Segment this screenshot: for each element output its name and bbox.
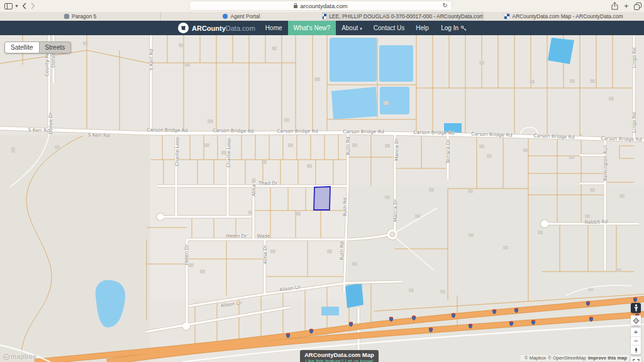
street-label: Terrace Dr: [445, 140, 451, 164]
street-label: Marcia Dr: [394, 138, 399, 161]
reload-icon[interactable]: ↻: [443, 2, 448, 9]
selected-parcel[interactable]: [314, 187, 330, 210]
key-icon: [460, 25, 467, 31]
site-navbar: ARCountyData.com Home What's New? About▾…: [0, 21, 644, 35]
street-label: Wade: [257, 233, 270, 239]
sidebar-icon[interactable]: [4, 1, 13, 11]
back-button[interactable]: [22, 1, 26, 11]
tooltip-feedback-link[interactable]: Like this feature? Let us know!: [304, 358, 374, 362]
street-label: Lingo Rd: [631, 112, 637, 133]
tab-title: ARCountyData.com Map - ARCountyData.com: [512, 13, 623, 19]
street-label: Carson Bridge Rd: [277, 128, 318, 134]
nav-item-whats-new[interactable]: What's New?: [288, 21, 336, 35]
tab-paragon[interactable]: Paragon 5: [0, 12, 160, 21]
share-icon[interactable]: [611, 1, 618, 11]
caret-down-icon: ▾: [360, 26, 362, 31]
street-label: Carson Bridge Rd: [213, 128, 254, 134]
paragon-favicon: [64, 14, 69, 19]
street-label: Carson Bridge Rd: [147, 127, 188, 133]
chevron-down-icon[interactable]: ▼: [14, 1, 19, 11]
street-view-pegman-button[interactable]: [631, 303, 641, 313]
tab-parcel-record[interactable]: LEE, PHILLIP DOUGLAS 0-370-00017-000 - A…: [322, 12, 483, 21]
compass-button[interactable]: [631, 346, 641, 354]
street-label: Ruth Rd: [345, 136, 351, 155]
street-label: Thad Dr: [258, 180, 277, 186]
street-label: Helen Dr: [226, 233, 247, 239]
streets-button[interactable]: Streets: [40, 41, 72, 53]
nav-item-about[interactable]: About▾: [336, 21, 368, 35]
tab-strip: Paragon 5 Agent Portal LEE, PHILLIP DOUG…: [0, 12, 644, 21]
attribution-osm-link[interactable]: © OpenStreetMap: [548, 355, 586, 361]
forward-button[interactable]: [31, 1, 35, 11]
mapbox-logo-text: mapbox: [11, 353, 36, 360]
street-label: S Kerr Rd: [148, 49, 154, 71]
zoom-out-button[interactable]: −: [631, 337, 641, 346]
street-label: S Kerr Rd: [28, 127, 50, 133]
mapbox-logo-icon: m: [3, 354, 9, 360]
nav-item-label: About: [341, 25, 358, 31]
arcountydata-logo[interactable]: [178, 23, 189, 33]
tab-title: LEE, PHILLIP DOUGLAS 0-370-00017-000 - A…: [329, 13, 483, 19]
street-label: Lingo Rd: [631, 48, 637, 69]
street-label: Helen Dr: [184, 244, 189, 265]
nav-item-help[interactable]: Help: [410, 21, 435, 35]
map-info-tooltip: ARCountyData.com Map Like this feature? …: [300, 350, 379, 362]
mapbox-logo[interactable]: m mapbox: [3, 353, 36, 360]
attribution-mapbox-link[interactable]: © Mapbox: [525, 355, 546, 361]
street-label: Charlie Loop: [174, 137, 180, 167]
map-canvas[interactable]: S Kerr RdS Kerr RdCarson Bridge RdCarson…: [0, 35, 644, 362]
tooltip-title: ARCountyData.com Map: [304, 352, 374, 358]
street-label: Remington Run: [602, 145, 608, 180]
tab-title: Paragon 5: [72, 13, 96, 19]
fullscreen-button[interactable]: [631, 357, 641, 362]
browser-toolbar: ▼ arcountydata.com ↻ +: [0, 0, 644, 13]
street-label: S Kerr Rd: [88, 132, 110, 138]
brand-bold: ARCounty: [192, 25, 226, 32]
improve-map-link[interactable]: Improve this map: [588, 355, 627, 361]
arcountydata-favicon: [322, 14, 327, 19]
arcountydata-favicon: [504, 14, 509, 19]
zoom-in-button[interactable]: +: [631, 328, 641, 337]
map-artwork: [0, 35, 644, 362]
tab-title: Agent Portal: [230, 13, 260, 19]
street-label: Alma St: [251, 178, 257, 196]
agent-portal-favicon: [223, 14, 228, 19]
fullscreen-control: [631, 357, 641, 362]
brand-light: Data.com: [226, 25, 255, 32]
map-attribution: © Mapbox© OpenStreetMapImprove this map: [521, 355, 629, 361]
geolocate-button[interactable]: [631, 315, 641, 326]
url-text: arcountydata.com: [300, 3, 348, 9]
tab-map[interactable]: ARCountyData.com Map - ARCountyData.com: [483, 12, 644, 21]
satellite-button[interactable]: Satellite: [4, 41, 40, 53]
lock-icon: [294, 5, 297, 8]
street-label: Carson Bridge Rd: [413, 129, 455, 136]
tab-overview-icon[interactable]: [634, 1, 641, 11]
new-tab-icon[interactable]: +: [624, 1, 629, 11]
geolocate-control: [631, 315, 641, 326]
street-label: Charlie Loop: [226, 138, 231, 168]
login-label: Log In: [441, 25, 458, 31]
brand-text[interactable]: ARCountyData.com: [192, 25, 255, 32]
tab-agent-portal[interactable]: Agent Portal: [160, 12, 321, 21]
zoom-control: + −: [631, 328, 641, 354]
street-label: Dolive Dr: [48, 112, 53, 134]
nav-item-home[interactable]: Home: [260, 21, 288, 35]
map-style-toggle: Satellite Streets: [4, 41, 71, 53]
street-label: Ruth Rd: [342, 197, 348, 216]
street-label: Rabbit Rd: [585, 219, 608, 225]
street-label: Carson Bridge Rd: [343, 129, 384, 134]
street-label: Alma Dr: [262, 245, 268, 264]
street-label: Ruth Rd: [339, 241, 345, 260]
url-field[interactable]: arcountydata.com ↻: [190, 1, 452, 10]
street-label: Marcia Dr: [392, 199, 398, 222]
nav-item-contact[interactable]: Contact Us: [368, 21, 410, 35]
login-button[interactable]: Log In: [441, 25, 467, 31]
